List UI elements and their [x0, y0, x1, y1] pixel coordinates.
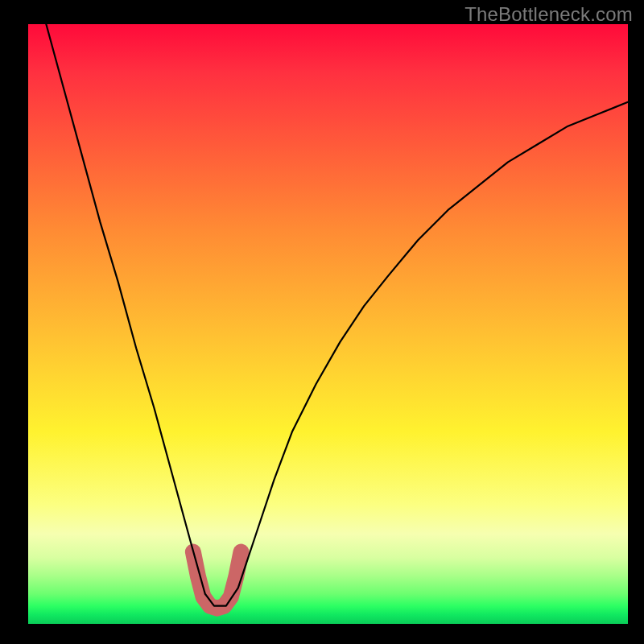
watermark-text: TheBottleneck.com [464, 3, 633, 26]
chart-frame: TheBottleneck.com [0, 0, 644, 644]
curve-layer [0, 0, 644, 644]
bottleneck-curve [46, 24, 628, 606]
highlight-u-marker [193, 552, 242, 609]
